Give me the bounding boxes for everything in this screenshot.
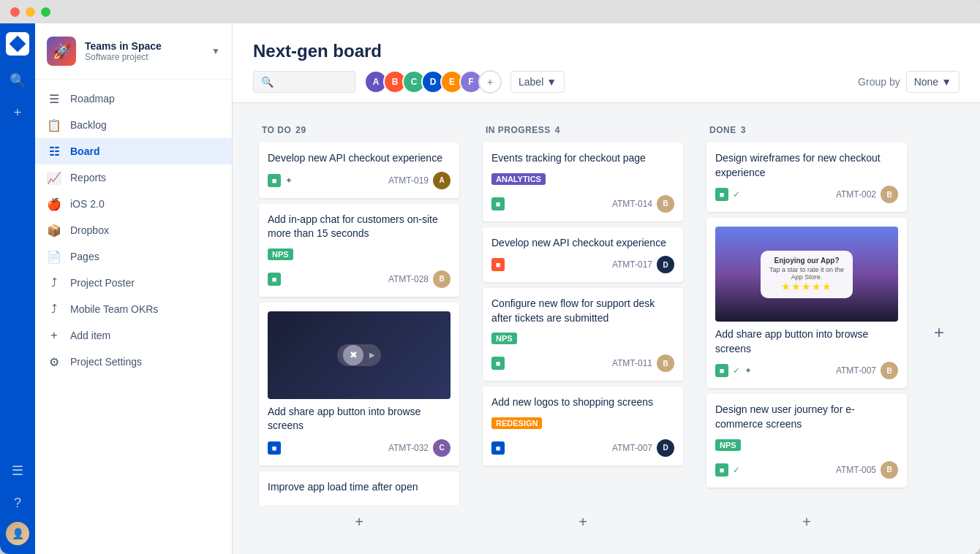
card-type-icon: ■ xyxy=(268,273,281,286)
done-column-title: DONE xyxy=(709,125,736,135)
todo-cards-area: Develop new API checkout experience ■ ✦ … xyxy=(253,143,465,505)
card[interactable]: Improve app load time after open xyxy=(259,471,459,505)
inprogress-column-title: IN PROGRESS xyxy=(486,125,551,135)
add-column-button[interactable]: + xyxy=(924,125,954,539)
card[interactable]: Events tracking for checkout page ANALYT… xyxy=(483,143,683,221)
ios-icon: 🍎 xyxy=(47,197,61,211)
main-content: Next-gen board 🔍 A B C D E F + xyxy=(233,23,980,554)
help-button[interactable]: ? xyxy=(4,490,31,516)
card-type-icon: ■ xyxy=(715,188,728,201)
card[interactable]: Add new logos to shopping screens REDESI… xyxy=(483,387,683,466)
maximize-button[interactable] xyxy=(41,7,50,17)
card-avatar: B xyxy=(881,461,898,479)
card-title: Design wireframes for new checkout exper… xyxy=(715,151,898,180)
create-button[interactable]: + xyxy=(4,99,31,126)
sidebar-item-pages[interactable]: 📄 Pages xyxy=(35,243,232,270)
search-icon: 🔍 xyxy=(10,72,26,88)
logo[interactable] xyxy=(6,32,29,56)
card[interactable]: Enjoying our App? Tap a star to rate it … xyxy=(706,218,907,388)
board-header: Next-gen board 🔍 A B C D E F + xyxy=(233,23,980,103)
board-title: Next-gen board xyxy=(253,41,960,61)
card-id: ATMT-028 xyxy=(388,274,429,284)
card-type-icon: ■ xyxy=(268,441,281,455)
card[interactable]: ✖ ▶ Add share app button into browse scr… xyxy=(259,303,459,466)
search-box[interactable]: 🔍 xyxy=(253,71,355,93)
group-by-label: Group by xyxy=(858,76,900,88)
minimize-button[interactable] xyxy=(26,7,35,17)
sidebar-item-ios[interactable]: 🍎 iOS 2.0 xyxy=(35,191,232,217)
app-window: 🔍 + ☰ ? 👤 🚀 Teams in xyxy=(0,0,980,554)
far-left-nav: 🔍 + ☰ ? 👤 xyxy=(0,23,35,554)
label-filter-button[interactable]: Label ▼ xyxy=(510,71,565,93)
card[interactable]: Develop new API checkout experience ■ AT… xyxy=(483,227,683,283)
card[interactable]: Configure new flow for support desk afte… xyxy=(483,288,683,381)
dropbox-icon: 📦 xyxy=(47,223,61,238)
card-footer: ■ ✓ ATMT-002 B xyxy=(715,186,898,203)
card-tag: ANALYTICS xyxy=(491,173,546,185)
sidebar-item-roadmap[interactable]: ☰ Roadmap xyxy=(35,86,232,112)
add-todo-card-button[interactable]: + xyxy=(259,508,459,536)
card-footer: ■ ATMT-007 D xyxy=(491,439,674,457)
card[interactable]: Design wireframes for new checkout exper… xyxy=(706,143,907,212)
card-footer: ■ ✦ ATMT-019 A xyxy=(268,172,451,189)
project-poster-icon: ⤴ xyxy=(47,276,61,290)
card-id: ATMT-032 xyxy=(388,443,429,453)
card[interactable]: Add in-app chat for customers on-site mo… xyxy=(259,204,459,297)
branch-icon: ✦ xyxy=(745,365,752,376)
todo-column-count: 29 xyxy=(295,125,306,135)
card-type-icon: ■ xyxy=(491,357,505,370)
sidebar-item-project-settings[interactable]: ⚙ Project Settings xyxy=(35,349,232,375)
board-toolbar: 🔍 A B C D E F + Label ▼ xyxy=(253,70,960,94)
card-id: ATMT-002 xyxy=(836,189,876,200)
toggle-shape: ▶ xyxy=(369,351,375,359)
card-id: ATMT-007 xyxy=(836,365,876,376)
card-type-icon: ■ xyxy=(491,441,505,455)
card-id: ATMT-014 xyxy=(612,199,652,209)
add-done-card-button[interactable]: + xyxy=(706,508,907,536)
sidebar-item-backlog[interactable]: 📋 Backlog xyxy=(35,112,232,138)
card-tag: REDESIGN xyxy=(491,417,542,429)
card-avatar: B xyxy=(657,354,674,372)
app-body: 🔍 + ☰ ? 👤 🚀 Teams in xyxy=(0,23,980,554)
card-id: ATMT-019 xyxy=(388,175,429,186)
sidebar-chevron-icon[interactable]: ▼ xyxy=(211,46,220,56)
close-button[interactable] xyxy=(10,7,20,17)
todo-column-title: TO DO xyxy=(262,125,291,135)
sidebar-item-project-poster[interactable]: ⤴ Project Poster xyxy=(35,270,232,296)
rating-popup: Enjoying our App? Tap a star to rate it … xyxy=(761,251,853,298)
card[interactable]: Design new user journey for e-commerce s… xyxy=(706,394,907,487)
add-avatar-button[interactable]: + xyxy=(478,70,502,94)
sidebar-nav: ☰ Roadmap 📋 Backlog ☷ Board 📈 Reports 🍎 xyxy=(35,80,232,381)
logo-diamond xyxy=(10,36,26,53)
card-type-icon: ■ xyxy=(715,463,728,477)
titlebar xyxy=(0,0,980,23)
card-type-icon: ■ xyxy=(491,258,505,271)
done-cards-area: Design wireframes for new checkout exper… xyxy=(701,143,913,505)
project-icon: 🚀 xyxy=(47,37,76,66)
group-by-select[interactable]: None ▼ xyxy=(906,71,960,93)
menu-button[interactable]: ☰ xyxy=(4,458,31,484)
sidebar-item-reports[interactable]: 📈 Reports xyxy=(35,164,232,191)
card-avatar: D xyxy=(657,439,674,457)
chevron-down-icon: ▼ xyxy=(941,76,951,88)
card[interactable]: Develop new API checkout experience ■ ✦ … xyxy=(259,143,459,198)
card-avatar: B xyxy=(657,195,674,213)
sidebar-item-label: Backlog xyxy=(70,119,107,131)
sidebar-item-board[interactable]: ☷ Board xyxy=(35,138,232,164)
sidebar-item-add-item[interactable]: + Add item xyxy=(35,322,232,349)
search-nav-button[interactable]: 🔍 xyxy=(4,67,31,94)
sidebar-item-mobile-team-okrs[interactable]: ⤴ Mobile Team OKRs xyxy=(35,296,232,322)
sidebar-item-dropbox[interactable]: 📦 Dropbox xyxy=(35,217,232,243)
add-inprogress-card-button[interactable]: + xyxy=(483,508,683,536)
rating-popup-subtitle: Tap a star to rate it on theApp Store. xyxy=(769,266,844,281)
card-id: ATMT-005 xyxy=(836,465,876,475)
check-icon: ✓ xyxy=(733,365,740,376)
sidebar-item-label: iOS 2.0 xyxy=(70,198,105,210)
avatar-group: A B C D E F + xyxy=(364,70,502,94)
sidebar-item-label: Board xyxy=(70,145,99,157)
search-icon: 🔍 xyxy=(261,76,274,88)
project-info: Teams in Space Software project xyxy=(85,40,203,62)
user-avatar[interactable]: 👤 xyxy=(6,522,29,545)
label-filter-text: Label xyxy=(519,76,543,88)
card-type-icon: ■ xyxy=(715,364,728,377)
